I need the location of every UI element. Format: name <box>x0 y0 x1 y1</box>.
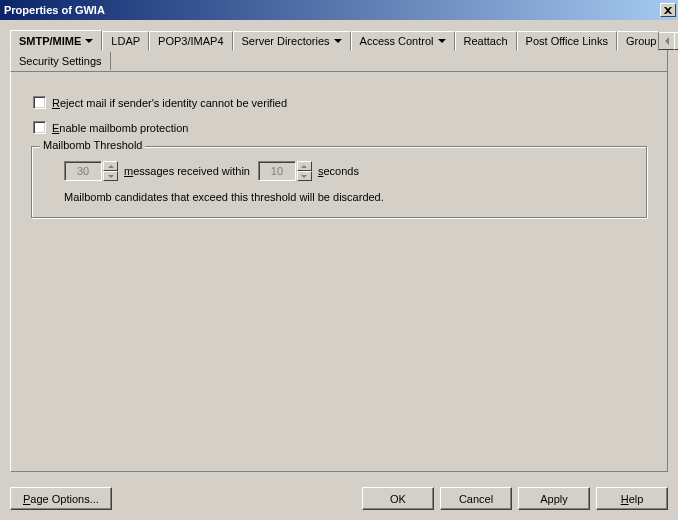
tab-post-office-links[interactable]: Post Office Links <box>517 31 617 51</box>
tab-strip: SMTP/MIME LDAP POP3/IMAP4 Server Directo… <box>10 28 668 50</box>
messages-spin-up[interactable] <box>103 161 118 171</box>
seconds-spin-up[interactable] <box>297 161 312 171</box>
button-bar: Page Options... OK Cancel Apply Help <box>10 487 668 510</box>
sub-tab-security-settings[interactable]: Security Settings <box>11 52 111 70</box>
messages-label: messages received within <box>124 165 250 177</box>
close-icon <box>664 7 672 14</box>
group-legend: Mailbomb Threshold <box>40 139 145 151</box>
seconds-spin-down[interactable] <box>297 171 312 181</box>
messages-spin-buttons <box>103 161 118 181</box>
page-options-button[interactable]: Page Options... <box>10 487 112 510</box>
threshold-note: Mailbomb candidates that exceed this thr… <box>64 191 632 203</box>
chevron-down-icon <box>85 39 93 43</box>
chevron-left-icon <box>665 37 669 45</box>
enable-mailbomb-checkbox[interactable] <box>33 121 46 134</box>
close-button[interactable] <box>660 3 676 17</box>
chevron-down-icon <box>438 39 446 43</box>
chevron-down-icon <box>301 175 307 178</box>
messages-input[interactable]: 30 <box>64 161 102 181</box>
tab-ldap[interactable]: LDAP <box>102 31 149 51</box>
tab-pop3-imap4[interactable]: POP3/IMAP4 <box>149 31 232 51</box>
cancel-button[interactable]: Cancel <box>440 487 512 510</box>
sub-tab-row: Security Settings <box>10 50 668 72</box>
reject-mail-label: Reject mail if sender's identity cannot … <box>52 97 287 109</box>
sub-tab-label: Security Settings <box>19 55 102 67</box>
tab-group-truncated[interactable]: Group <box>617 31 660 51</box>
reject-mail-checkbox[interactable] <box>33 96 46 109</box>
chevron-down-icon <box>334 39 342 43</box>
window-title: Properties of GWIA <box>2 4 658 16</box>
tab-label: Group <box>626 35 657 47</box>
reject-mail-row: Reject mail if sender's identity cannot … <box>33 96 649 109</box>
seconds-input[interactable]: 10 <box>258 161 296 181</box>
chevron-up-icon <box>108 165 114 168</box>
tab-scroll-left[interactable] <box>658 32 675 50</box>
threshold-row: 30 messages received within 10 seconds <box>64 161 632 181</box>
client-area: SMTP/MIME LDAP POP3/IMAP4 Server Directo… <box>0 20 678 520</box>
seconds-spinner: 10 <box>258 161 312 181</box>
seconds-spin-buttons <box>297 161 312 181</box>
tab-reattach[interactable]: Reattach <box>455 31 517 51</box>
help-button[interactable]: Help <box>596 487 668 510</box>
tab-label: Server Directories <box>242 35 330 47</box>
apply-button[interactable]: Apply <box>518 487 590 510</box>
seconds-label: seconds <box>318 165 359 177</box>
tab-label: LDAP <box>111 35 140 47</box>
mailbomb-threshold-group: Mailbomb Threshold 30 messages received … <box>31 146 647 218</box>
enable-mailbomb-label: Enable mailbomb protection <box>52 122 188 134</box>
tab-label: SMTP/MIME <box>19 35 81 47</box>
tab-label: Access Control <box>360 35 434 47</box>
settings-panel: Reject mail if sender's identity cannot … <box>10 72 668 472</box>
enable-mailbomb-row: Enable mailbomb protection <box>33 121 649 134</box>
tab-access-control[interactable]: Access Control <box>351 31 455 51</box>
messages-spinner: 30 <box>64 161 118 181</box>
tab-label: POP3/IMAP4 <box>158 35 223 47</box>
tab-label: Post Office Links <box>526 35 608 47</box>
tab-scroll-right[interactable] <box>674 32 678 50</box>
tab-scroll-controls <box>659 32 678 50</box>
chevron-up-icon <box>301 165 307 168</box>
title-bar: Properties of GWIA <box>0 0 678 20</box>
tab-smtp-mime[interactable]: SMTP/MIME <box>10 30 102 51</box>
chevron-down-icon <box>108 175 114 178</box>
messages-spin-down[interactable] <box>103 171 118 181</box>
ok-button[interactable]: OK <box>362 487 434 510</box>
tab-server-directories[interactable]: Server Directories <box>233 31 351 51</box>
tab-label: Reattach <box>464 35 508 47</box>
